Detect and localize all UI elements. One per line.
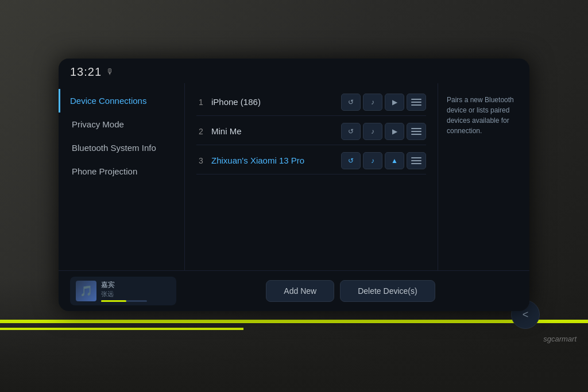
device-number: 3 — [196, 156, 206, 165]
nav-button[interactable]: ▲ — [385, 152, 404, 169]
menu-button[interactable] — [407, 123, 426, 140]
bluetooth-status-icon: 🎙 — [106, 67, 114, 76]
clock-display: 13:21 — [70, 65, 102, 79]
album-art: 🎵 — [76, 281, 96, 301]
play-button[interactable]: ▶ — [385, 123, 404, 140]
bottom-bar: 🎵 嘉宾 张远 Add New Delete Device(s) — [59, 270, 529, 311]
device-row: 2 Mini Me ↺ ♪ ▶ — [196, 118, 426, 145]
device-name-active: Zhixuan's Xiaomi 13 Pro — [211, 156, 335, 165]
delete-device-button[interactable]: Delete Device(s) — [340, 280, 435, 302]
sidebar-item-privacy-mode[interactable]: Privacy Mode — [59, 112, 184, 136]
device-number: 2 — [196, 127, 206, 136]
menu-icon — [411, 128, 421, 135]
device-name: Mini Me — [211, 126, 335, 136]
yellow-accent-strip — [0, 320, 588, 323]
track-info: 嘉宾 张远 — [101, 280, 147, 302]
info-panel: Pairs a new Bluetooth device or lists pa… — [438, 83, 529, 270]
sidebar-item-device-connections[interactable]: Device Connections — [59, 89, 184, 112]
device-name: iPhone (186) — [211, 97, 335, 107]
watermark: sgcarmart — [543, 335, 577, 343]
sidebar: Device Connections Privacy Mode Bluetoot… — [59, 83, 185, 270]
device-number: 1 — [196, 98, 206, 107]
device-row: 3 Zhixuan's Xiaomi 13 Pro ↺ ♪ ▲ — [196, 148, 426, 174]
play-button[interactable]: ▶ — [385, 94, 404, 111]
device-controls: ↺ ♪ ▲ — [341, 152, 426, 169]
reconnect-button[interactable]: ↺ — [341, 152, 361, 169]
track-progress-bar — [101, 300, 147, 302]
track-artist: 张远 — [101, 290, 147, 298]
menu-icon — [411, 157, 421, 164]
reconnect-button[interactable]: ↺ — [341, 123, 361, 140]
menu-button[interactable] — [407, 94, 426, 111]
menu-icon — [411, 99, 421, 106]
track-title: 嘉宾 — [101, 280, 147, 290]
audio-button[interactable]: ♪ — [363, 94, 382, 111]
infotainment-screen: 13:21 🎙 Device Connections Privacy Mode … — [59, 59, 529, 311]
device-controls: ↺ ♪ ▶ — [341, 123, 426, 140]
bottom-buttons: Add New Delete Device(s) — [183, 280, 518, 302]
reconnect-button[interactable]: ↺ — [341, 94, 361, 111]
screen-content: 13:21 🎙 Device Connections Privacy Mode … — [59, 59, 529, 311]
main-layout: Device Connections Privacy Mode Bluetoot… — [59, 83, 529, 270]
device-list: 1 iPhone (186) ↺ ♪ ▶ — [185, 83, 438, 270]
yellow-accent-strip-2 — [0, 328, 243, 330]
audio-button[interactable]: ♪ — [363, 123, 382, 140]
track-progress-fill — [101, 300, 126, 302]
audio-button[interactable]: ♪ — [363, 152, 382, 169]
now-playing-widget[interactable]: 🎵 嘉宾 张远 — [70, 277, 176, 305]
device-row: 1 iPhone (186) ↺ ♪ ▶ — [196, 89, 426, 116]
add-new-button[interactable]: Add New — [266, 280, 334, 302]
sidebar-item-bluetooth-system-info[interactable]: Bluetooth System Info — [59, 136, 184, 160]
menu-button[interactable] — [407, 152, 426, 169]
info-text: Pairs a new Bluetooth device or lists pa… — [447, 96, 514, 135]
device-controls: ↺ ♪ ▶ — [341, 94, 426, 111]
screen-header: 13:21 🎙 — [59, 59, 529, 83]
sidebar-item-phone-projection[interactable]: Phone Projection — [59, 160, 184, 183]
